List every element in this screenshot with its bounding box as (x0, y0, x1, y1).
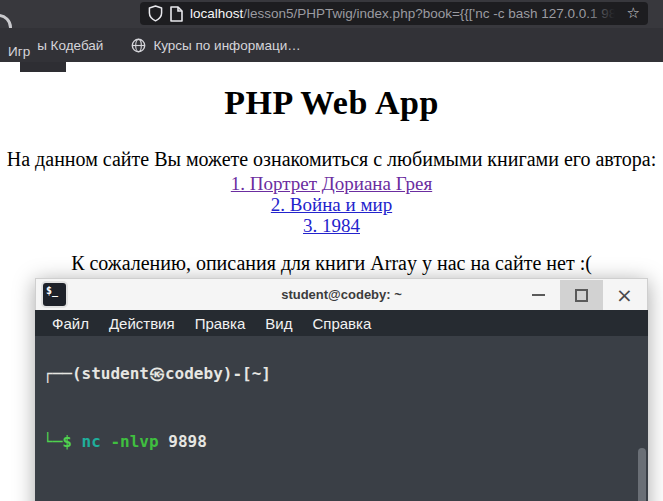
minimize-button[interactable] (517, 280, 560, 310)
maximize-icon (575, 289, 588, 302)
globe-icon (131, 38, 146, 53)
intro-text: На данном сайте Вы можете ознакомиться с… (0, 148, 663, 171)
address-text[interactable]: localhost/lesson5/PHPTwig/index.php?book… (190, 6, 620, 21)
bookmark-item-courses[interactable]: Курсы по информаци… (131, 38, 300, 53)
shell-prompt: └─$ (43, 432, 72, 451)
link-book-2[interactable]: 2. Война и мир (0, 194, 663, 215)
window-buttons: × (517, 280, 646, 310)
command-name: nc (82, 432, 101, 451)
menu-view[interactable]: Вид (255, 315, 302, 332)
browser-toolbar: localhost/lesson5/PHPTwig/index.php?book… (0, 0, 663, 28)
bookmark-item-games[interactable]: Игры Кодебай (8, 38, 103, 53)
terminal-window: $_ student@codeby: ~ × Файл Действия Пра… (35, 278, 648, 501)
bookmark-star-icon[interactable]: ☆ (627, 6, 640, 21)
menu-help[interactable]: Справка (302, 315, 381, 332)
bookmark-label-part: ы Кодебай (37, 38, 103, 53)
command-flags: -nlvp (110, 432, 158, 451)
menu-actions[interactable]: Действия (99, 315, 185, 332)
minimize-icon (532, 294, 545, 296)
screenshot-root: localhost/lesson5/PHPTwig/index.php?book… (0, 0, 663, 501)
menu-file[interactable]: Файл (42, 315, 99, 332)
scrollbar-thumb[interactable] (638, 448, 646, 501)
page-info-icon[interactable] (170, 6, 183, 22)
command-arg: 9898 (168, 432, 207, 451)
bookmark-label-part: Игр (8, 44, 30, 59)
page-title: PHP Web App (0, 84, 663, 122)
terminal-command-line: └─$ nc -nlvp 9898 (43, 431, 648, 454)
url-bar[interactable]: localhost/lesson5/PHPTwig/index.php?book… (140, 2, 648, 25)
shield-icon[interactable] (148, 5, 163, 22)
terminal-app-icon: $_ (43, 283, 66, 306)
terminal-line-clipped: ┌──(student㉿codeby)-[~] (43, 363, 648, 386)
book-links: 1. Портрет Дориана Грея 2. Война и мир 3… (0, 173, 663, 236)
render-artifact (20, 62, 66, 72)
maximize-button[interactable] (560, 280, 603, 310)
bookmark-label: Курсы по информаци… (153, 38, 300, 53)
no-description-text: К сожалению, описания для книги Array у … (0, 252, 663, 275)
web-page-content: PHP Web App На данном сайте Вы можете оз… (0, 62, 663, 501)
terminal-titlebar[interactable]: $_ student@codeby: ~ × (35, 278, 648, 310)
terminal-output[interactable]: ┌──(student㉿codeby)-[~] └─$ nc -nlvp 989… (35, 336, 648, 501)
link-book-1[interactable]: 1. Портрет Дориана Грея (0, 173, 663, 194)
close-button[interactable]: × (603, 280, 646, 310)
url-path: /lesson5/PHPTwig/index.php?book={{['nc -… (243, 6, 619, 21)
link-book-3[interactable]: 3. 1984 (0, 215, 663, 236)
terminal-menubar: Файл Действия Правка Вид Справка (35, 310, 648, 336)
bookmarks-bar: Игры Кодебай Курсы по информаци… (0, 28, 663, 62)
url-host: localhost (190, 6, 243, 21)
menu-edit[interactable]: Правка (185, 315, 256, 332)
